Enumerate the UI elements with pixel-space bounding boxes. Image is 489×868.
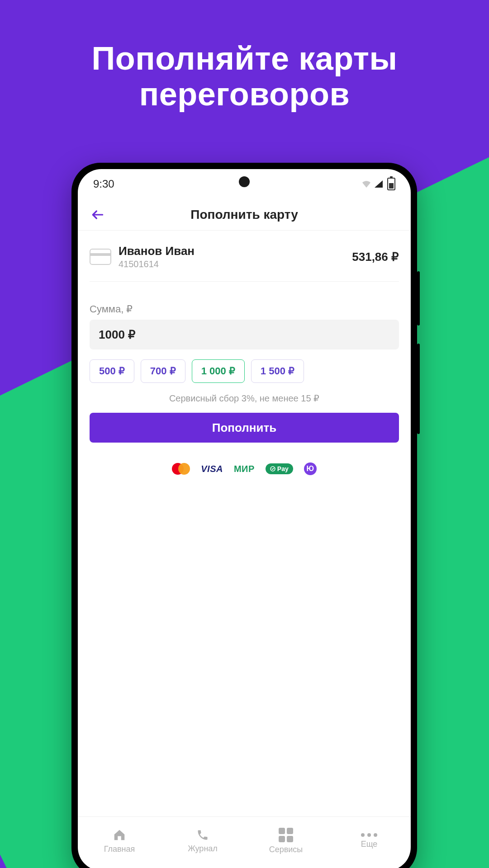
status-indicators (361, 178, 395, 190)
card-summary-row[interactable]: Иванов Иван 41501614 531,86 ₽ (90, 231, 399, 282)
card-balance: 531,86 ₽ (352, 250, 399, 264)
more-icon (361, 833, 377, 837)
app-bar: Пополнить карту (78, 199, 411, 231)
signal-icon (374, 179, 384, 189)
sberpay-icon: Pay (266, 463, 293, 474)
nav-home-label: Главная (104, 844, 135, 854)
back-button[interactable] (88, 205, 108, 225)
topup-button[interactable]: Пополнить (90, 413, 399, 443)
promo-stage: Пополняйте карты переговоров 9:30 (0, 0, 489, 868)
card-info: Иванов Иван 41501614 (119, 244, 345, 269)
nav-home[interactable]: Главная (78, 817, 161, 865)
phone-screen: 9:30 Пополни (78, 169, 411, 868)
mir-icon: МИР (234, 464, 255, 474)
page-title: Пополнить карту (190, 208, 298, 222)
card-icon (90, 249, 111, 265)
content-area: Иванов Иван 41501614 531,86 ₽ Сумма, ₽ 5… (78, 231, 411, 816)
amount-chip-1000[interactable]: 1 000 ₽ (192, 359, 245, 383)
yoomoney-icon: Ю (304, 462, 317, 475)
mastercard-icon (172, 463, 190, 475)
battery-icon (387, 178, 395, 190)
visa-icon: VISA (201, 464, 223, 474)
grid-icon (279, 828, 293, 842)
amount-chip-1500[interactable]: 1 500 ₽ (251, 359, 304, 383)
amount-chip-500[interactable]: 500 ₽ (90, 359, 134, 383)
marketing-line-2: переговоров (0, 76, 489, 112)
payment-logos-row: VISA МИР Pay Ю (90, 462, 399, 475)
card-number: 41501614 (119, 259, 345, 269)
status-time: 9:30 (93, 178, 114, 190)
status-bar: 9:30 (78, 169, 411, 199)
nav-services[interactable]: Сервисы (244, 817, 328, 865)
marketing-headline: Пополняйте карты переговоров (0, 41, 489, 112)
nav-more[interactable]: Еще (328, 817, 411, 865)
amount-preset-chips: 500 ₽ 700 ₽ 1 000 ₽ 1 500 ₽ (90, 359, 399, 383)
nav-journal[interactable]: Журнал (161, 817, 244, 865)
service-fee-note: Сервисный сбор 3%, не менее 15 ₽ (90, 393, 399, 404)
phone-icon (196, 829, 209, 841)
card-holder-name: Иванов Иван (119, 244, 345, 258)
amount-label: Сумма, ₽ (90, 303, 399, 315)
nav-more-label: Еще (361, 840, 378, 849)
amount-input[interactable] (90, 320, 399, 349)
amount-chip-700[interactable]: 700 ₽ (141, 359, 185, 383)
sberpay-label: Pay (277, 465, 289, 472)
amount-section: Сумма, ₽ 500 ₽ 700 ₽ 1 000 ₽ 1 500 ₽ Сер… (90, 303, 399, 475)
bottom-nav: Главная Журнал Сервисы (78, 816, 411, 868)
home-icon (113, 828, 126, 842)
phone-side-button-2 (417, 344, 420, 434)
marketing-line-1: Пополняйте карты (0, 41, 489, 76)
wifi-icon (361, 179, 372, 189)
phone-frame: 9:30 Пополни (71, 163, 417, 868)
nav-journal-label: Журнал (188, 844, 218, 854)
phone-side-button-1 (417, 271, 420, 326)
nav-services-label: Сервисы (269, 845, 303, 854)
